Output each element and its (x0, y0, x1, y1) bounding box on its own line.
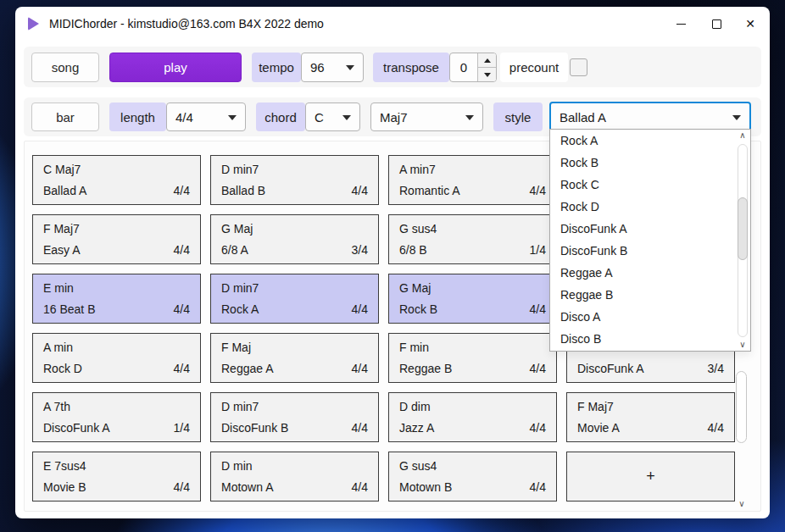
card-time-signature: 4/4 (530, 480, 546, 494)
dropdown-scrollbar[interactable]: ∧ ∨ (735, 130, 750, 351)
chord-card[interactable]: D minMotown A4/4 (210, 452, 379, 502)
chevron-down-icon (732, 115, 741, 120)
app-icon (28, 17, 39, 30)
maximize-icon (712, 19, 721, 29)
card-chord-name: G sus4 (399, 222, 546, 236)
chord-label: chord (256, 103, 305, 131)
card-time-signature: 4/4 (352, 362, 368, 375)
card-style-name: DiscoFunk A (577, 362, 644, 375)
card-style-name: Rock D (43, 362, 82, 375)
style-option[interactable]: DiscoFunk A (550, 218, 750, 240)
card-time-signature: 3/4 (708, 362, 724, 375)
chevron-down-icon (465, 115, 474, 120)
chord-card[interactable]: A minRock D4/4 (32, 333, 201, 383)
chevron-down-icon (342, 115, 351, 120)
card-time-signature: 4/4 (174, 480, 190, 494)
scroll-down-icon[interactable]: ∨ (734, 500, 749, 508)
card-chord-name: A 7th (43, 400, 190, 413)
scroll-down-icon[interactable]: ∨ (735, 341, 750, 349)
chord-card[interactable]: E 7sus4Movie B4/4 (32, 452, 201, 502)
card-chord-name: A min7 (399, 163, 546, 176)
card-style-name: 16 Beat B (43, 302, 96, 316)
style-option[interactable]: Reggae A (550, 262, 750, 284)
card-style-name: Reggae B (399, 362, 452, 375)
card-chord-name: E min (43, 281, 190, 295)
chord-type-dropdown[interactable]: Maj7 (370, 103, 483, 131)
maximize-button[interactable] (699, 7, 734, 41)
card-chord-name: A min (43, 341, 190, 354)
window-title: MIDIChorder - kimstudio@163.com B4X 2022… (49, 17, 324, 30)
card-time-signature: 4/4 (530, 421, 546, 435)
chord-card[interactable]: F minReggae B4/4 (388, 333, 557, 383)
titlebar: MIDIChorder - kimstudio@163.com B4X 2022… (15, 7, 770, 41)
style-option[interactable]: Disco B (550, 328, 750, 350)
add-chord-card[interactable]: + (566, 452, 735, 502)
chord-card[interactable]: G MajRock B4/4 (388, 274, 557, 324)
song-button[interactable]: song (31, 53, 99, 82)
style-option[interactable]: Rock B (550, 152, 750, 174)
card-time-signature: 4/4 (174, 302, 190, 316)
card-chord-name: F Maj (221, 341, 368, 354)
card-chord-name: D min7 (221, 400, 368, 413)
card-time-signature: 4/4 (708, 421, 724, 435)
chord-card[interactable]: A 7thDiscoFunk A1/4 (32, 392, 201, 442)
tempo-label: tempo (252, 53, 301, 82)
card-time-signature: 4/4 (174, 243, 190, 257)
card-chord-name: D min (221, 459, 368, 473)
card-style-name: Movie A (577, 421, 620, 435)
chord-card[interactable]: G sus4Motown B4/4 (388, 452, 557, 502)
close-button[interactable]: ✕ (732, 7, 768, 41)
chord-card[interactable]: D min7Rock A4/4 (210, 274, 379, 324)
chord-card[interactable]: F MajReggae A4/4 (210, 333, 379, 383)
app-window: MIDIChorder - kimstudio@163.com B4X 2022… (15, 7, 770, 518)
style-label: style (493, 103, 543, 131)
precount-checkbox[interactable] (570, 58, 587, 76)
chord-card[interactable]: G Maj6/8 A3/4 (210, 214, 379, 264)
chord-card[interactable]: G sus46/8 B1/4 (388, 214, 557, 264)
card-style-name: Reggae A (221, 362, 274, 375)
chord-card[interactable]: A min7Romantic A4/4 (388, 155, 557, 205)
card-style-name: Motown B (399, 480, 452, 494)
style-option[interactable]: Rock A (550, 130, 750, 152)
chord-card[interactable]: D min7DiscoFunk B4/4 (210, 392, 379, 442)
style-option[interactable]: DiscoFunk B (550, 240, 750, 262)
length-dropdown[interactable]: 4/4 (166, 103, 246, 131)
chord-root-dropdown[interactable]: C (305, 103, 360, 131)
chord-card[interactable]: D dimJazz A4/4 (388, 392, 557, 442)
bar-button[interactable]: bar (31, 103, 99, 131)
minimize-button[interactable] (663, 7, 699, 41)
card-chord-name: F Maj7 (577, 400, 724, 413)
card-style-name: Easy A (43, 243, 81, 257)
chord-card[interactable]: F Maj7Easy A4/4 (32, 214, 201, 264)
card-style-name: Ballad B (221, 184, 265, 197)
precount-label: precount (500, 53, 568, 82)
style-option[interactable]: Rock C (550, 174, 750, 196)
play-button[interactable]: play (109, 53, 242, 82)
card-style-name: Romantic A (399, 184, 460, 197)
tempo-dropdown[interactable]: 96 (301, 53, 364, 82)
transpose-up-button[interactable] (478, 53, 496, 68)
scroll-up-icon[interactable]: ∧ (735, 131, 750, 140)
card-time-signature: 4/4 (530, 184, 546, 197)
transpose-value: 0 (450, 53, 477, 81)
transpose-down-button[interactable] (478, 68, 496, 81)
style-option[interactable]: Rock D (550, 196, 750, 218)
chord-card[interactable]: E min16 Beat B4/4 (32, 274, 201, 324)
card-time-signature: 4/4 (530, 362, 546, 375)
style-dropdown-list: Rock ARock BRock CRock DDiscoFunk ADisco… (549, 129, 751, 352)
style-option[interactable]: Disco A (550, 306, 750, 328)
scrollbar-thumb[interactable] (736, 371, 747, 443)
style-dropdown[interactable]: Ballad A (549, 102, 751, 132)
style-option[interactable]: Reggae B (550, 284, 750, 306)
chord-card[interactable]: F Maj7Movie A4/4 (566, 392, 735, 442)
chord-card[interactable]: D min7Ballad B4/4 (210, 155, 379, 205)
card-style-name: DiscoFunk B (221, 421, 288, 435)
card-style-name: Jazz A (399, 421, 434, 435)
card-time-signature: 4/4 (352, 421, 368, 435)
chord-card[interactable]: C Maj7Ballad A4/4 (32, 155, 201, 205)
chevron-down-icon (228, 115, 237, 120)
card-time-signature: 4/4 (174, 362, 190, 375)
transpose-spin-buttons (477, 53, 496, 81)
scrollbar-thumb[interactable] (738, 197, 748, 260)
card-style-name: Rock A (221, 302, 259, 316)
